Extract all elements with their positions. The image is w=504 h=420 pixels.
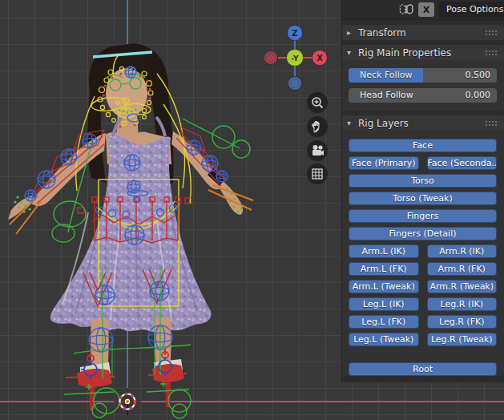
camera-view-button[interactable] — [307, 140, 328, 161]
grid-icon — [311, 168, 324, 180]
slider-value: 0.500 — [466, 68, 491, 83]
rig-layer-arm-r-tweak[interactable]: Arm.R (Tweak) — [427, 280, 498, 293]
head-follow-slider[interactable]: Head Follow 0.000 — [349, 88, 497, 103]
rig-layer-fingers-detail[interactable]: Fingers (Detail) — [349, 227, 497, 240]
blender-3d-viewport: X Z -Y — [0, 0, 504, 420]
panel-rig-layers: ▾ Rig Layers Face Face (Primary) Face (S… — [342, 115, 504, 376]
rig-layer-leg-r-tweak[interactable]: Leg.R (Tweak) — [427, 333, 498, 346]
slider-label: Head Follow — [360, 88, 413, 103]
x-axis-mirror-toggle[interactable]: X — [418, 2, 434, 17]
rig-layer-face-primary[interactable]: Face (Primary) — [349, 156, 419, 170]
rig-layer-arm-r-fk[interactable]: Arm.R (FK) — [427, 262, 498, 276]
hand-icon — [311, 120, 324, 133]
panel-title: Transform — [358, 27, 485, 38]
rig-layer-torso-tweak[interactable]: Torso (Tweak) — [349, 192, 497, 205]
movie-camera-icon — [311, 144, 325, 157]
slider-value: 0.000 — [466, 88, 491, 103]
viewport-header: X Pose Options — [342, 0, 504, 20]
rig-layer-leg-l-tweak[interactable]: Leg.L (Tweak) — [349, 333, 419, 346]
rig-layer-arm-l-ik[interactable]: Arm.L (IK) — [349, 244, 419, 258]
panel-header-rig-main-properties[interactable]: ▾ Rig Main Properties — [342, 45, 504, 60]
panel-title: Rig Layers — [358, 118, 485, 129]
neck-follow-slider[interactable]: Neck Follow 0.500 — [349, 68, 497, 83]
svg-text:-Y: -Y — [292, 55, 299, 63]
rig-layer-leg-r-ik[interactable]: Leg.R (IK) — [427, 297, 498, 311]
panel-header-transform[interactable]: ▸ Transform — [342, 25, 504, 40]
panel-transform: ▸ Transform — [342, 25, 504, 40]
gizmo-x-ball[interactable]: X — [312, 50, 328, 66]
gizmo-neg-z-ball[interactable] — [288, 77, 302, 91]
pose-options-dropdown[interactable]: Pose Options — [438, 2, 504, 18]
panel-drag-handle[interactable] — [485, 30, 498, 35]
rig-layer-arm-l-tweak[interactable]: Arm.L (Tweak) — [349, 280, 419, 293]
panel-rig-main-properties: ▾ Rig Main Properties Neck Follow 0.500 … — [342, 45, 504, 111]
gizmo-z-ball[interactable]: Z — [288, 26, 303, 41]
panel-title: Rig Main Properties — [358, 47, 485, 59]
rig-layer-torso[interactable]: Torso — [349, 174, 497, 188]
rig-layer-leg-l-fk[interactable]: Leg.L (FK) — [349, 315, 419, 329]
cursor-3d — [114, 388, 141, 415]
sidebar-region: X Pose Options ▸ Transform ▾ Rig Main Pr… — [341, 0, 504, 382]
axis-gizmo[interactable]: X Z -Y — [264, 20, 329, 96]
svg-text:Z: Z — [292, 29, 297, 38]
viewport-canvas[interactable] — [0, 0, 280, 420]
rig-layer-leg-l-ik[interactable]: Leg.L (IK) — [349, 297, 419, 311]
panel-header-rig-layers[interactable]: ▾ Rig Layers — [342, 115, 504, 131]
expand-chevron-icon: ▾ — [347, 119, 358, 127]
expand-chevron-icon: ▾ — [347, 48, 358, 57]
perspective-toggle-button[interactable] — [307, 164, 328, 184]
rig-layer-face-secondary[interactable]: Face (Seconda... — [427, 156, 498, 170]
rig-layer-leg-r-fk[interactable]: Leg.R (FK) — [427, 315, 498, 329]
panel-drag-handle[interactable] — [485, 50, 498, 55]
panel-drag-handle[interactable] — [485, 120, 498, 126]
zoom-button[interactable] — [307, 92, 328, 113]
svg-text:X: X — [317, 54, 323, 63]
dress-bodice — [104, 135, 173, 203]
rig-layer-face[interactable]: Face — [349, 139, 497, 152]
rig-layer-arm-r-ik[interactable]: Arm.R (IK) — [427, 244, 498, 258]
rig-layer-fingers[interactable]: Fingers — [349, 209, 497, 223]
rig-layer-root[interactable]: Root — [349, 362, 497, 376]
slider-label: Neck Follow — [360, 68, 412, 83]
x-mirror-butterfly-icon[interactable] — [398, 2, 414, 17]
pan-button[interactable] — [307, 116, 328, 137]
right-hand — [218, 181, 243, 215]
magnifier-icon — [311, 96, 324, 109]
rig-layer-arm-l-fk[interactable]: Arm.L (FK) — [349, 262, 419, 276]
expand-chevron-icon: ▸ — [347, 28, 358, 37]
gizmo-neg-y-ball[interactable]: -Y — [287, 50, 304, 67]
gizmo-neg-x-ball[interactable] — [264, 51, 278, 65]
